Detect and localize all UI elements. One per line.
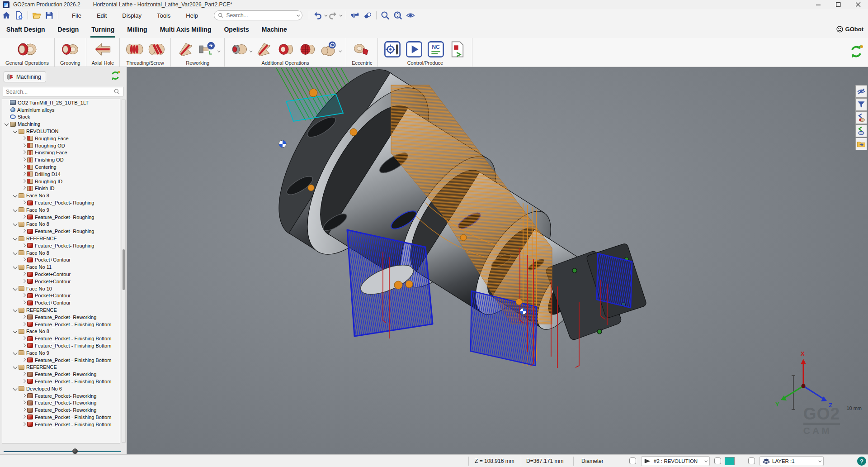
expander-icon[interactable] [12, 129, 19, 134]
tree-item[interactable]: Feature_Pocket- Roughing [2, 199, 120, 206]
ribbon-tab[interactable]: Milling [121, 22, 153, 38]
expander-icon[interactable] [20, 200, 27, 205]
eraser-icon[interactable] [362, 10, 373, 20]
expander-icon[interactable] [12, 350, 19, 356]
tree-item[interactable]: Feature_Pocket - Finishing Bottom [2, 321, 120, 328]
layer-select[interactable]: LAYER :1 [760, 456, 824, 466]
expander-icon[interactable] [20, 279, 27, 284]
tree-item[interactable]: Roughing Face [2, 135, 120, 142]
tree-search-input[interactable] [6, 89, 113, 95]
tree-item[interactable]: Machining [2, 120, 120, 128]
zoom-fit-icon[interactable] [392, 10, 403, 20]
tree-item[interactable]: Roughing ID [2, 178, 120, 185]
close-button[interactable] [848, 0, 868, 9]
ribbon-tab[interactable]: Shaft Design [0, 22, 52, 38]
menu-item[interactable]: File [64, 10, 89, 21]
tree-item[interactable]: Developed No 6 [2, 385, 120, 392]
tree-scrollbar-thumb[interactable] [123, 249, 125, 290]
ribbon-tool-button[interactable] [197, 39, 220, 59]
expander-icon[interactable] [12, 236, 19, 241]
ribbon-tab[interactable]: Opelists [217, 22, 255, 38]
menu-item[interactable]: Tools [149, 10, 178, 21]
tree-item[interactable]: Drilling D14 [2, 171, 120, 178]
tree-item[interactable]: Feature_Pocket - Finishing Bottom [2, 414, 120, 421]
ribbon-tool-button[interactable] [352, 39, 372, 59]
expander-icon[interactable] [20, 379, 27, 384]
search-chevron-icon[interactable] [297, 13, 300, 16]
ribbon-tab[interactable]: Turning [85, 22, 121, 38]
tree-item[interactable]: REFERENCE [2, 363, 120, 371]
tree-search-box[interactable] [3, 87, 123, 96]
tree-item[interactable]: GO2 TurnMill_H_2S_1UTB_1LT [2, 99, 120, 106]
tree-item[interactable]: Pocket+Contour [2, 299, 120, 306]
ribbon-tab[interactable]: Multi Axis Milling [154, 22, 218, 38]
panel-refresh-icon[interactable] [109, 70, 121, 83]
expander-icon[interactable] [20, 214, 27, 220]
expander-icon[interactable] [20, 136, 27, 141]
expander-icon[interactable] [12, 264, 19, 270]
expander-icon[interactable] [20, 186, 27, 191]
expander-icon[interactable] [20, 372, 27, 377]
spindle-select[interactable]: #2 : REVOLUTION [641, 456, 710, 466]
search-box[interactable] [214, 10, 302, 20]
tree-horizontal-slider[interactable] [4, 448, 121, 454]
tool-chevron-icon[interactable] [339, 49, 342, 52]
tree-item[interactable]: Feature_Pocket- Roughing [2, 242, 120, 249]
viewport-3d[interactable]: X Y Z 10 mm GO2 CAM [127, 67, 868, 454]
tree-item[interactable]: Face No 11 [2, 263, 120, 271]
ribbon-tool-button[interactable] [16, 38, 38, 61]
ribbon-tool-button[interactable] [426, 39, 446, 59]
expander-icon[interactable] [20, 179, 27, 184]
expander-icon[interactable] [12, 207, 19, 213]
tree-scrollbar[interactable] [122, 100, 126, 443]
tree-item[interactable]: Finishing Face [2, 149, 120, 157]
viewport-tool-button[interactable] [855, 85, 867, 98]
menu-item[interactable]: Display [114, 10, 149, 21]
tree-item[interactable]: Finish ID [2, 185, 120, 192]
ribbon-tool-button[interactable] [404, 39, 424, 59]
expander-icon[interactable] [20, 300, 27, 305]
tree-item[interactable]: Feature_Pocket- Reworking [2, 392, 120, 400]
expander-icon[interactable] [20, 172, 27, 177]
zoom-icon[interactable] [380, 10, 391, 20]
minimize-button[interactable] [808, 0, 828, 9]
machining-tab-button[interactable]: Machining [4, 71, 46, 82]
redo-icon[interactable] [327, 10, 338, 20]
layer-checkbox[interactable] [748, 457, 755, 464]
expander-icon[interactable] [12, 250, 19, 256]
tree-item[interactable]: Pocket+Contour [2, 278, 120, 285]
measure-caliper-icon[interactable] [349, 10, 360, 20]
tree-item[interactable]: REVOLUTION [2, 128, 120, 135]
tree-item[interactable]: REFERENCE [2, 235, 120, 242]
ribbon-tool-button[interactable] [60, 39, 80, 59]
tree-item[interactable]: Feature_Pocket- Roughing [2, 214, 120, 221]
expander-icon[interactable] [3, 121, 10, 127]
tree-item[interactable]: Feature_Pocket- Roughing [2, 228, 120, 235]
expander-icon[interactable] [12, 307, 19, 313]
tree-item[interactable]: Feature_Pocket- Reworking [2, 406, 120, 414]
expander-icon[interactable] [20, 272, 27, 277]
tree-item[interactable]: Feature_Pocket- Reworking [2, 399, 120, 406]
viewport-tool-button[interactable] [855, 98, 867, 111]
tree-item[interactable]: Feature_Pocket- Reworking [2, 314, 120, 321]
tree-item[interactable]: Face No 8 [2, 249, 120, 257]
color-checkbox[interactable] [714, 457, 721, 464]
tree-item[interactable]: Face No 9 [2, 349, 120, 357]
expander-icon[interactable] [12, 329, 19, 334]
expander-icon[interactable] [12, 286, 19, 291]
expander-icon[interactable] [3, 107, 10, 113]
tree-item[interactable]: Face No 8 [2, 192, 120, 199]
tree-item[interactable]: Feature_Pocket- Reworking [2, 371, 120, 378]
tree-item[interactable]: Pocket+Contour [2, 257, 120, 264]
ribbon-tool-button[interactable] [93, 39, 113, 59]
viewport-tool-button[interactable] [855, 111, 867, 124]
tree-item[interactable]: Pocket+Contour [2, 292, 120, 300]
ribbon-tool-button[interactable] [175, 39, 195, 59]
expander-icon[interactable] [12, 221, 19, 227]
ribbon-tool-button[interactable] [146, 39, 166, 59]
help-button[interactable]: ? [857, 457, 866, 466]
expander-icon[interactable] [3, 114, 10, 119]
save-icon[interactable] [44, 10, 55, 20]
ribbon-tab[interactable]: Machine [255, 22, 293, 38]
expander-icon[interactable] [20, 143, 27, 148]
